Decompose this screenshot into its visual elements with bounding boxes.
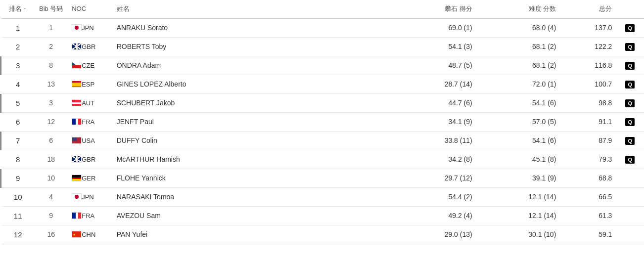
noc-cell: FRA	[68, 206, 112, 225]
qualified-cell: Q	[616, 75, 644, 93]
bib-cell: 1	[34, 18, 68, 37]
sort-arrow-icon: ↑	[24, 6, 26, 12]
total-score: 137.0	[560, 18, 616, 37]
noc-cell: USA	[68, 131, 112, 150]
noc-cell: FRA	[68, 112, 112, 131]
athlete-name: SCHUBERT Jakob	[113, 93, 392, 112]
qualified-cell: Q	[616, 93, 644, 112]
noc-code: FRA	[82, 118, 94, 126]
difficulty-score: 39.1 (9)	[476, 169, 560, 187]
athlete-name: McARTHUR Hamish	[113, 150, 392, 169]
rank-header[interactable]: 排名 ↑	[1, 0, 35, 18]
total-score: 87.9	[560, 131, 616, 150]
boulder-score: 34.1 (9)	[392, 112, 476, 131]
q-badge: Q	[625, 99, 635, 107]
results-table: 排名 ↑ Bib 号码 NOC 姓名 攀石 得分 难度 分数	[0, 0, 644, 244]
q-badge: Q	[625, 81, 635, 89]
qualified-cell	[616, 206, 644, 225]
boulder-score: 54.4 (2)	[392, 187, 476, 206]
total-score: 79.3	[560, 150, 616, 169]
boulder-score: 29.0 (13)	[392, 225, 476, 244]
difficulty-score: 68.0 (4)	[476, 18, 560, 37]
noc-code: GBR	[82, 43, 95, 50]
q-badge: Q	[625, 24, 635, 32]
rank-cell: 10	[1, 187, 35, 206]
athlete-name: PAN Yufei	[113, 225, 392, 244]
total-score: 100.7	[560, 75, 616, 93]
difficulty-score: 57.0 (5)	[476, 112, 560, 131]
difficulty-score: 54.1 (6)	[476, 93, 560, 112]
table-row: 10 4 JPN NARASAKI Tomoa 54.4 (2) 12.1 (1…	[1, 187, 644, 206]
noc-code: AUT	[82, 99, 94, 107]
rank-cell: 8	[1, 150, 35, 169]
noc-code: JPN	[82, 24, 94, 32]
athlete-name: ANRAKU Sorato	[113, 18, 392, 37]
rank-cell: 7	[1, 131, 35, 150]
rank-cell: 2	[1, 37, 35, 56]
difficulty-score: 68.1 (2)	[476, 37, 560, 56]
qualified-cell	[616, 187, 644, 206]
boulder-score: 29.7 (12)	[392, 169, 476, 187]
noc-code: FRA	[82, 212, 94, 220]
name-header: 姓名	[113, 0, 392, 18]
rank-cell: 6	[1, 112, 35, 131]
table-row: 2 2 GBR ROBERTS Toby 54.1 (3) 68.1 (2) 1…	[1, 37, 644, 56]
athlete-name: GINES LOPEZ Alberto	[113, 75, 392, 93]
bib-cell: 4	[34, 187, 68, 206]
q-badge: Q	[625, 43, 635, 51]
table-row: 6 12 FRA JENFT Paul 34.1 (9) 57.0 (5) 91…	[1, 112, 644, 131]
bib-cell: 13	[34, 75, 68, 93]
qualified-cell	[616, 225, 644, 244]
rank-cell: 4	[1, 75, 35, 93]
rank-cell: 12	[1, 225, 35, 244]
athlete-name: NARASAKI Tomoa	[113, 187, 392, 206]
bib-cell: 2	[34, 37, 68, 56]
rank-cell: 9	[1, 169, 35, 187]
noc-code: ESP	[82, 81, 94, 88]
athlete-name: JENFT Paul	[113, 112, 392, 131]
table-row: 8 18 GBR McARTHUR Hamish 34.2 (8) 45.1 (…	[1, 150, 644, 169]
q-badge: Q	[625, 156, 635, 164]
boulder-score-header: 攀石 得分	[392, 0, 476, 18]
table-row: 4 13 ESP GINES LOPEZ Alberto 28.7 (14) 7…	[1, 75, 644, 93]
athlete-name: AVEZOU Sam	[113, 206, 392, 225]
qualified-cell	[616, 169, 644, 187]
total-score: 61.3	[560, 206, 616, 225]
noc-code: CZE	[82, 62, 94, 69]
rank-cell: 3	[1, 56, 35, 75]
bib-cell: 9	[34, 206, 68, 225]
noc-cell: CZE	[68, 56, 112, 75]
athlete-name: ONDRA Adam	[113, 56, 392, 75]
noc-cell: GBR	[68, 37, 112, 56]
bib-cell: 16	[34, 225, 68, 244]
bib-cell: 3	[34, 93, 68, 112]
noc-cell: AUT	[68, 93, 112, 112]
total-score: 66.5	[560, 187, 616, 206]
boulder-score: 49.2 (4)	[392, 206, 476, 225]
noc-code: USA	[82, 137, 95, 144]
noc-header: NOC	[68, 0, 112, 18]
difficulty-score: 30.1 (10)	[476, 225, 560, 244]
qualified-cell: Q	[616, 150, 644, 169]
table-row: 12 16 CHN PAN Yufei 29.0 (13) 30.1 (10) …	[1, 225, 644, 244]
q-badge: Q	[625, 62, 635, 70]
boulder-score: 33.8 (11)	[392, 131, 476, 150]
total-score: 91.1	[560, 112, 616, 131]
total-header: 总分	[560, 0, 616, 18]
q-badge: Q	[625, 137, 635, 145]
total-score: 59.1	[560, 225, 616, 244]
table-row: 11 9 FRA AVEZOU Sam 49.2 (4) 12.1 (14) 6…	[1, 206, 644, 225]
total-score: 68.8	[560, 169, 616, 187]
noc-cell: CHN	[68, 225, 112, 244]
rank-cell: 5	[1, 93, 35, 112]
noc-cell: ESP	[68, 75, 112, 93]
table-row: 1 1 JPN ANRAKU Sorato 69.0 (1) 68.0 (4) …	[1, 18, 644, 37]
rank-cell: 1	[1, 18, 35, 37]
bib-cell: 6	[34, 131, 68, 150]
difficulty-score: 72.0 (1)	[476, 75, 560, 93]
athlete-name: FLOHE Yannick	[113, 169, 392, 187]
boulder-score: 54.1 (3)	[392, 37, 476, 56]
difficulty-score-header: 难度 分数	[476, 0, 560, 18]
noc-cell: JPN	[68, 187, 112, 206]
q-badge: Q	[625, 118, 635, 126]
